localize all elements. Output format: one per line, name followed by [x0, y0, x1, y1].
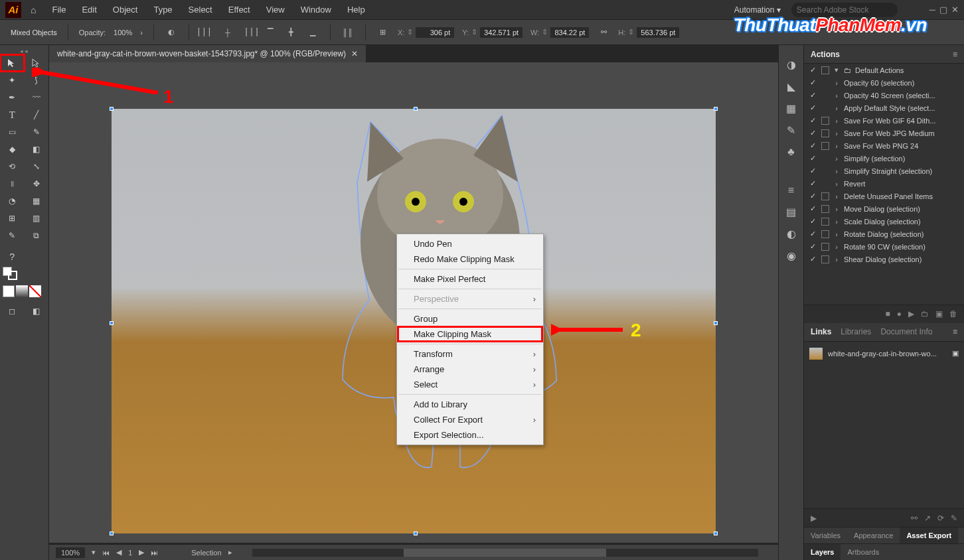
zoom-level[interactable]: 100% — [56, 547, 85, 558]
dialog-toggle[interactable] — [821, 218, 829, 226]
rectangle-tool[interactable]: ▭ — [0, 123, 25, 141]
dialog-toggle[interactable] — [821, 104, 829, 112]
direct-selection-tool[interactable] — [25, 54, 49, 72]
close-tab-icon[interactable]: ✕ — [351, 49, 358, 58]
check-icon[interactable]: ✓ — [808, 167, 817, 175]
h-value[interactable]: 563.736 pt — [637, 27, 679, 38]
link-wh-icon[interactable]: ⚯ — [597, 26, 610, 39]
expand-icon[interactable]: › — [833, 79, 840, 87]
nav-next-icon[interactable]: ▶ — [139, 548, 144, 557]
dialog-toggle[interactable] — [821, 243, 829, 251]
artboard-number[interactable]: 1 — [128, 549, 132, 557]
align-left-icon[interactable]: ▏▏▏ — [200, 26, 213, 39]
selection-tool[interactable] — [0, 54, 25, 72]
action-row[interactable]: ✓›Save For Web JPG Medium — [804, 127, 964, 139]
menu-file[interactable]: File — [45, 2, 72, 17]
dialog-toggle[interactable] — [821, 129, 829, 137]
action-row[interactable]: ✓›Revert — [804, 177, 964, 190]
check-icon[interactable]: ✓ — [808, 204, 817, 213]
shape-builder-tool[interactable]: ◔ — [0, 192, 25, 210]
check-icon[interactable]: ✓ — [808, 78, 817, 87]
action-row[interactable]: ✓›Save For Web GIF 64 Dith... — [804, 114, 964, 127]
close-button[interactable]: ✕ — [951, 5, 959, 15]
gradient-mode-icon[interactable] — [16, 285, 28, 297]
variables-tab[interactable]: Variables — [804, 527, 847, 543]
toolbar-grip[interactable]: ◂◂ — [0, 48, 48, 54]
check-icon[interactable]: ✓ — [808, 116, 817, 125]
recolor-icon[interactable]: ◐ — [165, 26, 178, 39]
appearance-icon[interactable]: ◉ — [787, 249, 796, 262]
expand-icon[interactable]: › — [833, 255, 840, 263]
relink-icon[interactable]: ⚯ — [911, 514, 918, 523]
dialog-toggle[interactable] — [821, 230, 829, 238]
expand-icon[interactable]: › — [833, 92, 840, 100]
layers-tab[interactable]: Layers — [804, 544, 841, 560]
action-row[interactable]: ✓›Shear Dialog (selection) — [804, 253, 964, 265]
expand-icon[interactable]: › — [833, 230, 840, 238]
expand-icon[interactable]: › — [833, 104, 840, 112]
align-vcenter-icon[interactable]: ╋ — [285, 26, 298, 39]
align-bottom-icon[interactable]: ▁ — [306, 26, 319, 39]
play-icon[interactable]: ▶ — [908, 309, 914, 318]
check-icon[interactable]: ✓ — [808, 230, 817, 238]
actions-menu-icon[interactable]: ≡ — [953, 50, 957, 59]
action-row[interactable]: ✓›Simplify (selection) — [804, 152, 964, 165]
context-redo-make-clipping-mask[interactable]: Redo Make Clipping Mask — [398, 251, 542, 267]
docinfo-tab[interactable]: Document Info — [880, 323, 932, 340]
search-input[interactable] — [791, 3, 898, 17]
new-action-icon[interactable]: ▣ — [935, 309, 943, 318]
status-dropdown-icon[interactable]: ▸ — [228, 548, 232, 557]
libraries-tab[interactable]: Libraries — [841, 323, 871, 340]
check-icon[interactable]: ✓ — [808, 91, 817, 100]
context-collect-for-export[interactable]: Collect For Export — [398, 412, 542, 427]
expand-icon[interactable]: ▾ — [833, 66, 840, 74]
menu-window[interactable]: Window — [294, 2, 338, 17]
perspective-tool[interactable]: ▦ — [25, 192, 49, 210]
dialog-toggle[interactable] — [821, 66, 829, 74]
action-row[interactable]: ✓›Rotate 90 CW (selection) — [804, 240, 964, 253]
transparency-icon[interactable]: ◐ — [787, 228, 796, 240]
menu-help[interactable]: Help — [341, 2, 372, 17]
goto-link-icon[interactable]: ↗ — [924, 514, 931, 523]
check-icon[interactable]: ✓ — [808, 154, 817, 163]
link-item[interactable]: white-and-gray-cat-in-brown-wo... ▣ — [809, 346, 959, 362]
expand-icon[interactable]: › — [833, 243, 840, 251]
check-icon[interactable]: ✓ — [808, 141, 817, 150]
type-tool[interactable]: T — [0, 106, 25, 123]
y-value[interactable]: 342.571 pt — [480, 27, 522, 38]
draw-normal-icon[interactable]: ◻ — [0, 303, 25, 320]
align-hcenter-icon[interactable]: ┼ — [221, 26, 234, 39]
blend-tool[interactable]: ⧉ — [25, 227, 49, 244]
context-select[interactable]: Select — [398, 377, 542, 392]
appearance-tab[interactable]: Appearance — [847, 527, 900, 543]
y-stepper-icon[interactable]: ⇕ — [471, 28, 477, 36]
check-icon[interactable]: ✓ — [808, 179, 817, 188]
dialog-toggle[interactable] — [821, 142, 829, 150]
expand-icon[interactable]: › — [833, 192, 840, 200]
action-row[interactable]: ✓›Opacity 40 Screen (selecti... — [804, 89, 964, 102]
update-link-icon[interactable]: ⟳ — [937, 514, 944, 523]
menu-type[interactable]: Type — [147, 2, 179, 17]
properties-icon[interactable]: ◑ — [787, 58, 796, 71]
mesh-tool[interactable]: ⊞ — [0, 210, 25, 227]
maximize-button[interactable]: ▢ — [939, 5, 947, 15]
check-icon[interactable]: ✓ — [808, 192, 817, 200]
zoom-dropdown-icon[interactable]: ▾ — [92, 548, 96, 557]
edit-toolbar[interactable]: ? — [0, 248, 25, 265]
context-add-to-library[interactable]: Add to Library — [398, 397, 542, 412]
x-stepper-icon[interactable]: ⇕ — [407, 28, 413, 36]
action-row[interactable]: ✓›Apply Default Style (select... — [804, 102, 964, 114]
opacity-flyout-icon[interactable]: › — [140, 29, 143, 36]
context-export-selection-[interactable]: Export Selection... — [398, 427, 542, 443]
h-stepper-icon[interactable]: ⇕ — [628, 28, 634, 36]
action-row[interactable]: ✓›Rotate Dialog (selection) — [804, 228, 964, 240]
menu-object[interactable]: Object — [106, 2, 145, 17]
menu-edit[interactable]: Edit — [75, 2, 103, 17]
w-stepper-icon[interactable]: ⇕ — [542, 28, 548, 36]
expand-icon[interactable]: › — [833, 129, 840, 137]
nav-first-icon[interactable]: ⏮ — [102, 549, 110, 557]
dialog-toggle[interactable] — [821, 180, 829, 188]
context-make-clipping-mask[interactable]: Make Clipping Mask — [398, 326, 542, 342]
color-icon[interactable]: ◣ — [787, 80, 795, 93]
document-tab[interactable]: white-and-gray-cat-in-brown-woven-basket… — [49, 45, 366, 62]
